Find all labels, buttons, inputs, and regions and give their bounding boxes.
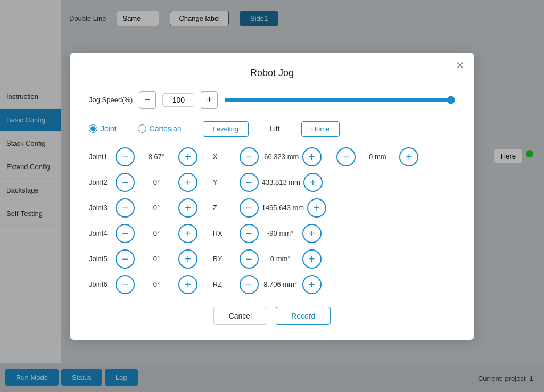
y-decrease-button[interactable]: − bbox=[240, 173, 259, 192]
joint4-label: Joint4 bbox=[89, 229, 112, 237]
z-row: Z − 1465.643 mm + bbox=[213, 198, 332, 218]
y-increase-button[interactable]: + bbox=[303, 173, 323, 192]
extra-decrease-button[interactable]: − bbox=[336, 147, 356, 166]
speed-value-input[interactable] bbox=[162, 93, 194, 107]
empty-cell-3 bbox=[336, 224, 455, 243]
joint5-row: Joint5 − 0° + bbox=[89, 249, 208, 269]
rz-value: 8.706 mm° bbox=[262, 280, 299, 288]
cancel-button[interactable]: Cancel bbox=[213, 307, 268, 325]
joint-radio-label[interactable]: Joint bbox=[89, 124, 117, 133]
joint5-decrease-button[interactable]: − bbox=[116, 249, 135, 269]
x-decrease-button[interactable]: − bbox=[240, 147, 259, 166]
speed-row: Jog Speed(%) − + bbox=[89, 91, 455, 109]
rx-increase-button[interactable]: + bbox=[302, 224, 322, 243]
y-value: 433.813 mm bbox=[262, 178, 300, 186]
extra-row: − 0 mm + bbox=[336, 147, 455, 166]
cartesian-radio[interactable] bbox=[138, 124, 146, 133]
y-label: Y bbox=[213, 178, 236, 186]
joint2-row: Joint2 − 0° + bbox=[89, 173, 208, 192]
joint-radio[interactable] bbox=[89, 124, 97, 133]
ry-value: 0 mm° bbox=[262, 255, 299, 263]
x-value: -66.323 mm bbox=[262, 153, 299, 161]
x-increase-button[interactable]: + bbox=[302, 147, 322, 166]
rx-value: -90 mm° bbox=[262, 229, 299, 237]
mode-row: Joint Cartesian Leveling Lift Home bbox=[89, 121, 455, 137]
joints-grid: Joint1 − 8.67° + X − -66.323 mm + − 0 mm… bbox=[89, 147, 455, 294]
empty-cell-5 bbox=[336, 275, 455, 294]
rz-label: RZ bbox=[213, 280, 236, 288]
empty-cell-4 bbox=[336, 249, 455, 269]
joint3-label: Joint3 bbox=[89, 204, 112, 212]
joint5-value: 0° bbox=[138, 255, 175, 263]
extra-value: 0 mm bbox=[359, 153, 396, 161]
joint1-decrease-button[interactable]: − bbox=[116, 147, 135, 166]
rz-row: RZ − 8.706 mm° + bbox=[213, 275, 332, 294]
joint1-row: Joint1 − 8.67° + bbox=[89, 147, 208, 166]
joint4-increase-button[interactable]: + bbox=[178, 224, 197, 243]
y-row: Y − 433.813 mm + bbox=[213, 173, 332, 192]
ry-increase-button[interactable]: + bbox=[302, 249, 322, 269]
home-button[interactable]: Home bbox=[301, 121, 340, 137]
ry-label: RY bbox=[213, 255, 236, 263]
empty-cell-1 bbox=[336, 173, 455, 192]
rx-row: RX − -90 mm° + bbox=[213, 224, 332, 243]
lift-label: Lift bbox=[270, 124, 280, 133]
joint2-label: Joint2 bbox=[89, 178, 112, 186]
rx-decrease-button[interactable]: − bbox=[240, 224, 259, 243]
joint2-value: 0° bbox=[138, 178, 175, 186]
joint5-increase-button[interactable]: + bbox=[178, 249, 197, 269]
modal-title: Robot Jog bbox=[89, 68, 455, 79]
joint4-row: Joint4 − 0° + bbox=[89, 224, 208, 243]
extra-increase-button[interactable]: + bbox=[399, 147, 418, 166]
robot-jog-modal: ✕ Robot Jog Jog Speed(%) − + Joint Carte… bbox=[70, 53, 474, 340]
joint5-label: Joint5 bbox=[89, 255, 112, 263]
modal-overlay: ✕ Robot Jog Jog Speed(%) − + Joint Carte… bbox=[0, 0, 544, 392]
joint1-value: 8.67° bbox=[138, 153, 175, 161]
z-label: Z bbox=[213, 204, 236, 212]
joint6-label: Joint6 bbox=[89, 280, 112, 288]
joint3-increase-button[interactable]: + bbox=[178, 198, 197, 218]
ry-row: RY − 0 mm° + bbox=[213, 249, 332, 269]
speed-increase-button[interactable]: + bbox=[201, 91, 218, 109]
joint3-decrease-button[interactable]: − bbox=[116, 198, 135, 218]
joint4-decrease-button[interactable]: − bbox=[116, 224, 135, 243]
z-increase-button[interactable]: + bbox=[307, 198, 326, 218]
joint3-row: Joint3 − 0° + bbox=[89, 198, 208, 218]
joint1-label: Joint1 bbox=[89, 153, 112, 161]
modal-close-button[interactable]: ✕ bbox=[456, 60, 465, 71]
rx-label: RX bbox=[213, 229, 236, 237]
joint6-increase-button[interactable]: + bbox=[178, 275, 197, 294]
rz-decrease-button[interactable]: − bbox=[240, 275, 259, 294]
z-decrease-button[interactable]: − bbox=[240, 198, 259, 218]
joint6-decrease-button[interactable]: − bbox=[116, 275, 135, 294]
joint6-value: 0° bbox=[138, 280, 175, 288]
speed-slider[interactable] bbox=[224, 96, 455, 104]
rz-increase-button[interactable]: + bbox=[302, 275, 322, 294]
speed-label: Jog Speed(%) bbox=[89, 96, 133, 104]
leveling-button[interactable]: Leveling bbox=[203, 121, 249, 137]
joint2-increase-button[interactable]: + bbox=[178, 173, 197, 192]
joint2-decrease-button[interactable]: − bbox=[116, 173, 135, 192]
joint6-row: Joint6 − 0° + bbox=[89, 275, 208, 294]
x-label: X bbox=[213, 153, 236, 161]
record-button[interactable]: Record bbox=[276, 307, 331, 325]
joint4-value: 0° bbox=[138, 229, 175, 237]
joint3-value: 0° bbox=[138, 204, 175, 212]
cartesian-radio-label[interactable]: Cartesian bbox=[138, 124, 182, 133]
modal-footer: Cancel Record bbox=[89, 307, 455, 325]
speed-decrease-button[interactable]: − bbox=[139, 91, 156, 109]
ry-decrease-button[interactable]: − bbox=[240, 249, 259, 269]
empty-cell-2 bbox=[336, 198, 455, 218]
z-value: 1465.643 mm bbox=[262, 204, 304, 212]
joint1-increase-button[interactable]: + bbox=[178, 147, 197, 166]
x-row: X − -66.323 mm + bbox=[213, 147, 332, 166]
